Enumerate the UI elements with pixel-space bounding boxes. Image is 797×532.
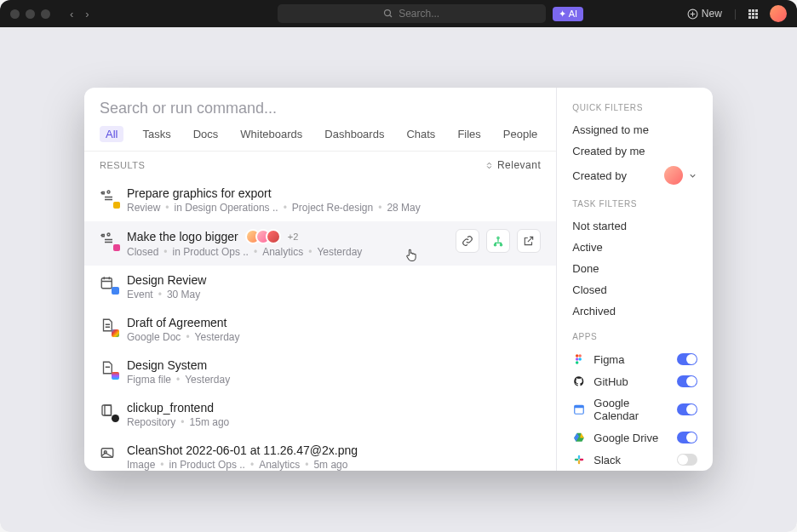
result-row[interactable]: CleanShot 2022-06-01 at 11.26.47@2x.pngI… — [84, 436, 556, 471]
svg-rect-17 — [102, 405, 112, 415]
app-label: GitHub — [593, 375, 669, 388]
app-label: Google Calendar — [593, 397, 669, 422]
github-icon — [572, 375, 586, 388]
repo-icon — [100, 403, 117, 420]
user-avatar[interactable] — [770, 5, 787, 22]
svg-rect-10 — [101, 278, 112, 289]
quick-filters-label: QUICK FILTERS — [572, 103, 697, 112]
search-placeholder: Search... — [398, 8, 439, 20]
result-subtitle: Event•30 May — [127, 289, 541, 300]
svg-rect-29 — [575, 459, 579, 460]
svg-point-0 — [385, 10, 391, 16]
app-row: Slack — [572, 449, 697, 471]
result-row[interactable]: Prepare graphics for exportReview•in Des… — [84, 179, 556, 221]
window-controls[interactable] — [10, 9, 50, 19]
svg-rect-28 — [578, 455, 580, 460]
quick-filter-item[interactable]: Assigned to me — [572, 119, 697, 140]
tab-files[interactable]: Files — [454, 126, 484, 142]
result-row[interactable]: Make the logo bigger+2Closed•in Product … — [84, 221, 556, 266]
figma-icon — [572, 352, 586, 366]
apps-grid-icon[interactable] — [748, 9, 758, 19]
result-subtitle: Review•in Design Operations ..•Project R… — [127, 202, 541, 214]
app-toggle[interactable] — [677, 375, 697, 387]
app-toggle[interactable] — [677, 403, 697, 415]
app-window: ‹ › Search... ✦ AI New | — [0, 0, 797, 532]
result-row[interactable]: Design SystemFigma file•Yesterday — [84, 351, 556, 393]
tab-people[interactable]: People — [500, 126, 541, 142]
result-subtitle: Google Doc•Yesterday — [127, 331, 541, 343]
tab-whiteboards[interactable]: Whiteboards — [237, 126, 306, 142]
svg-point-7 — [497, 237, 499, 238]
row-actions — [456, 229, 541, 253]
svg-line-1 — [390, 15, 393, 18]
app-toggle[interactable] — [677, 353, 697, 365]
tab-dashboards[interactable]: Dashboards — [321, 126, 387, 142]
forward-button[interactable]: › — [83, 8, 91, 20]
result-row[interactable]: Design ReviewEvent•30 May — [84, 266, 556, 308]
app-label: Google Drive — [593, 432, 669, 444]
app-toggle[interactable] — [677, 432, 697, 443]
task-filter-item[interactable]: Done — [572, 258, 697, 279]
sort-icon — [485, 161, 494, 170]
google-drive-icon — [572, 431, 586, 444]
slack-icon — [572, 453, 586, 466]
copy-link-button[interactable] — [456, 229, 479, 253]
result-title: CleanShot 2022-06-01 at 11.26.47@2x.png — [127, 443, 358, 457]
app-label: Slack — [593, 454, 669, 466]
result-subtitle: Image•in Product Ops ..•Analytics•5m ago — [127, 459, 541, 471]
chevron-down-icon — [688, 171, 697, 180]
zoom-dot-icon[interactable] — [41, 9, 50, 19]
quick-filter-item[interactable]: Created by me — [572, 140, 697, 162]
task-icon — [100, 188, 117, 205]
task-filter-item[interactable]: Closed — [572, 279, 697, 300]
task-filter-item[interactable]: Not started — [572, 215, 697, 237]
result-title: Design Review — [127, 273, 206, 287]
svg-rect-31 — [580, 459, 584, 460]
gdoc-icon — [100, 317, 117, 335]
svg-point-25 — [576, 361, 579, 364]
app-row: Google Drive — [572, 426, 697, 449]
search-icon — [383, 9, 393, 19]
command-input[interactable] — [100, 100, 541, 117]
ai-badge[interactable]: ✦ AI — [553, 7, 583, 21]
close-dot-icon[interactable] — [10, 9, 20, 19]
tab-chats[interactable]: Chats — [403, 126, 439, 142]
result-row[interactable]: Draft of AgreementGoogle Doc•Yesterday — [84, 308, 556, 351]
new-button[interactable]: New — [687, 8, 722, 20]
result-subtitle: Closed•in Product Ops ..•Analytics•Yeste… — [127, 246, 445, 258]
task-filter-item[interactable]: Archived — [572, 300, 697, 322]
app-label: Figma — [593, 353, 669, 366]
svg-point-6 — [107, 233, 110, 236]
result-title: Prepare graphics for export — [127, 186, 272, 200]
svg-point-21 — [576, 354, 579, 358]
global-search[interactable]: Search... — [278, 4, 546, 23]
app-row: Google Calendar — [572, 392, 697, 426]
tab-docs[interactable]: Docs — [190, 126, 222, 142]
svg-point-9 — [501, 244, 502, 246]
ai-label: AI — [569, 9, 577, 19]
open-button[interactable] — [517, 229, 541, 253]
tab-all[interactable]: All — [100, 126, 123, 142]
ai-sparkle-icon: ✦ — [559, 9, 566, 20]
svg-point-23 — [576, 358, 579, 361]
task-filters-label: TASK FILTERS — [572, 199, 697, 209]
result-subtitle: Repository•15m ago — [127, 416, 541, 428]
assignee-stack — [245, 229, 281, 244]
creator-selector[interactable] — [664, 166, 697, 185]
minimize-dot-icon[interactable] — [26, 9, 35, 19]
svg-point-5 — [107, 191, 110, 193]
tab-tasks[interactable]: Tasks — [139, 126, 174, 142]
task-filter-item[interactable]: Active — [572, 237, 697, 258]
quick-filter-item[interactable]: Created by — [572, 162, 697, 189]
new-label: New — [702, 8, 722, 20]
command-palette: AllTasksDocsWhiteboardsDashboardsChatsFi… — [84, 88, 713, 471]
titlebar: ‹ › Search... ✦ AI New | — [0, 0, 797, 27]
result-row[interactable]: clickup_frontendRepository•15m ago — [84, 393, 556, 436]
image-icon — [100, 445, 117, 462]
result-title: Make the logo bigger — [127, 230, 238, 243]
subtask-button[interactable] — [486, 229, 510, 253]
app-toggle[interactable] — [677, 454, 697, 466]
sort-toggle[interactable]: Relevant — [485, 159, 541, 171]
back-button[interactable]: ‹ — [67, 8, 76, 20]
svg-point-8 — [495, 244, 496, 246]
